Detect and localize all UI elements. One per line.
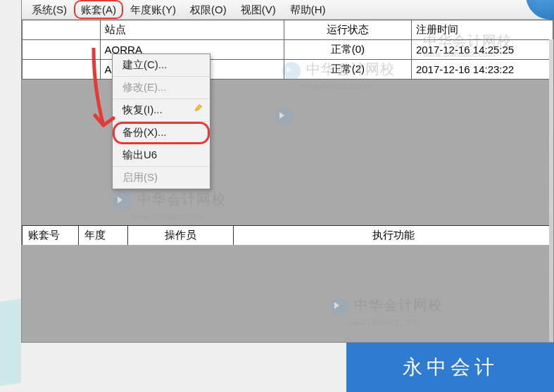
application-window: 系统(S) 账套(A) 年度账(Y) 权限(O) 视图(V) 帮助(H) 站点 …: [21, 0, 554, 343]
status-table: 账套号 年度 操作员 执行功能: [22, 225, 553, 246]
col-header-run-status[interactable]: 运行状态: [284, 20, 411, 40]
cell-status: 正常(2): [284, 60, 411, 80]
menu-item-modify[interactable]: 修改(E)...: [113, 77, 210, 99]
watermark-logo-icon: [113, 192, 132, 210]
watermark-url: www.chinaacc.com: [131, 212, 203, 222]
status-table-body: [22, 245, 553, 342]
menu-item-backup[interactable]: 备份(X)...: [113, 122, 210, 144]
table-row[interactable]: AORRA 正常(0) 2017-12-16 14:25:25: [23, 40, 553, 60]
menu-item-label: 恢复(I)...: [122, 103, 163, 115]
menu-item-restore[interactable]: 恢复(I)...: [113, 99, 210, 122]
cell-time: 2017-12-16 14:25:25: [411, 40, 553, 60]
background-decoration: [0, 298, 21, 387]
menu-item-create[interactable]: 建立(C)...: [113, 54, 210, 77]
col-header-function[interactable]: 执行功能: [234, 226, 553, 246]
menu-item-export-u6[interactable]: 输出U6: [113, 144, 210, 167]
brand-label: 永中会计: [403, 354, 498, 381]
col-header-year[interactable]: 年度: [79, 226, 128, 246]
col-header-operator[interactable]: 操作员: [128, 226, 234, 246]
vertical-scrollbar[interactable]: [549, 39, 553, 342]
watermark-logo-icon: [275, 108, 294, 126]
menu-accountset[interactable]: 账套(A): [74, 0, 123, 19]
menu-help[interactable]: 帮助(H): [283, 0, 333, 19]
menu-view[interactable]: 视图(V): [234, 0, 283, 19]
accountset-dropdown: 建立(C)... 修改(E)... 恢复(I)... 备份(X)... 输出U6…: [112, 53, 210, 189]
cell-blank: [23, 60, 101, 80]
status-header-row: 账套号 年度 操作员 执行功能: [23, 226, 553, 246]
table-row[interactable]: AORRA 正常(2) 2017-12-16 14:23:22: [23, 60, 553, 80]
cell-blank: [23, 40, 101, 60]
menu-annual[interactable]: 年度账(Y): [123, 0, 183, 19]
pencil-icon: [194, 103, 203, 112]
col-header-account-no[interactable]: 账套号: [23, 226, 79, 246]
content-area: 站点 运行状态 注册时间 AORRA 正常(0) 2017-12-16 14:2…: [22, 20, 553, 342]
watermark-title: 中华会计网校: [137, 191, 226, 207]
brand-bar: 永中会计: [346, 343, 554, 392]
table-header-row: 站点 运行状态 注册时间: [23, 20, 553, 40]
col-header-register-time[interactable]: 注册时间: [411, 20, 553, 40]
menu-item-enable[interactable]: 启用(S): [113, 167, 210, 189]
menu-permission[interactable]: 权限(O): [183, 0, 234, 19]
col-header-site[interactable]: 站点: [100, 20, 284, 40]
col-header-blank[interactable]: [23, 20, 101, 40]
watermark: [275, 108, 296, 126]
cell-time: 2017-12-16 14:23:22: [411, 60, 553, 80]
sessions-table: 站点 运行状态 注册时间 AORRA 正常(0) 2017-12-16 14:2…: [22, 20, 553, 80]
watermark-url: www.chinaacc.com: [300, 82, 372, 91]
watermark: 中华会计网校 www.chinaacc.com: [113, 192, 226, 221]
cell-status: 正常(0): [284, 40, 411, 60]
menu-system[interactable]: 系统(S): [25, 0, 74, 19]
menubar: 系统(S) 账套(A) 年度账(Y) 权限(O) 视图(V) 帮助(H): [22, 0, 553, 20]
